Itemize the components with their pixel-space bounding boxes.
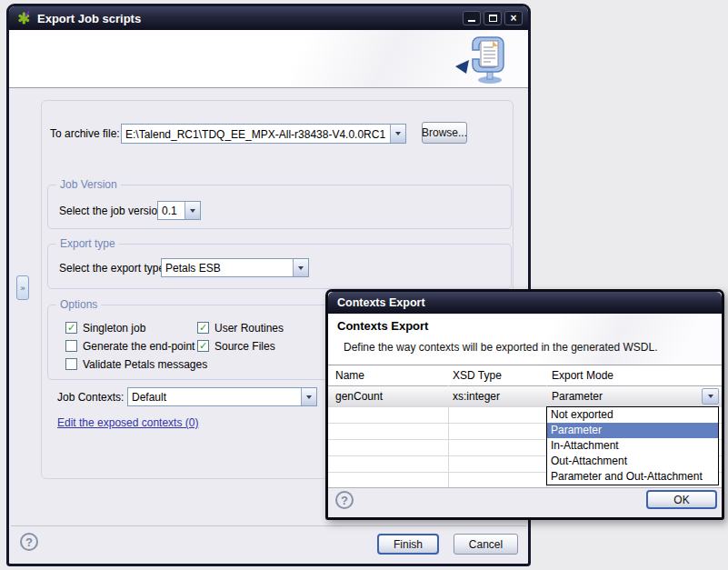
chevron-down-icon[interactable]: [293, 259, 308, 276]
talend-app-icon: [16, 11, 31, 25]
user-routines-label: User Routines: [214, 322, 284, 335]
minimize-button[interactable]: [463, 11, 481, 25]
job-version-group-label: Job Version: [56, 178, 121, 192]
browse-button[interactable]: Browse...: [422, 122, 467, 144]
job-version-combo[interactable]: 0.1: [157, 201, 201, 220]
wizard-banner: [9, 30, 528, 88]
help-icon[interactable]: ?: [20, 533, 38, 551]
column-header-xsd-type[interactable]: XSD Type: [453, 369, 502, 382]
export-type-group-label: Export type: [56, 237, 119, 251]
job-version-label: Select the job version: [59, 205, 164, 218]
column-header-name[interactable]: Name: [335, 369, 364, 382]
window-title: Contexts Export: [337, 296, 425, 309]
job-contexts-combo[interactable]: Default: [127, 387, 317, 406]
help-icon[interactable]: ?: [335, 491, 354, 509]
validate-petals-label: Validate Petals messages: [83, 358, 207, 372]
archive-file-combo[interactable]: E:\Talend_RC1\TDQ_EE_MPX-All-r38438-V4.0…: [121, 124, 406, 144]
button-bar-divider: [328, 487, 722, 488]
generate-endpoint-label: Generate the end-point: [83, 340, 194, 354]
finish-button[interactable]: Finish: [377, 534, 439, 555]
cell-export-mode: Parameter: [552, 390, 603, 403]
fast-view-toggle-button[interactable]: »: [16, 275, 29, 300]
dialog-description: Define the way contexts will be exported…: [344, 341, 658, 354]
dropdown-option-parameter[interactable]: Parameter: [547, 423, 718, 438]
archive-file-value: E:\Talend_RC1\TDQ_EE_MPX-All-r38438-V4.0…: [122, 127, 390, 141]
generate-endpoint-checkbox[interactable]: [65, 340, 77, 352]
archive-file-label: To archive file:: [50, 127, 119, 141]
cancel-button[interactable]: Cancel: [454, 534, 518, 555]
dialog-banner: Contexts Export Define the way contexts …: [328, 314, 722, 365]
export-type-combo[interactable]: Petals ESB: [161, 258, 309, 277]
button-bar-divider: [11, 525, 526, 526]
source-files-checkbox[interactable]: ✓: [197, 340, 209, 352]
cell-name: genCount: [335, 390, 383, 403]
maximize-icon: [489, 15, 497, 22]
job-contexts-label: Job Contexts:: [57, 391, 124, 405]
contexts-export-dialog: Contexts Export Contexts Export Define t…: [325, 289, 724, 520]
window-title: Export Job scripts: [37, 12, 141, 25]
dropdown-option-in-attachment[interactable]: In-Attachment: [547, 438, 718, 454]
export-type-value: Petals ESB: [162, 261, 293, 275]
chevron-down-icon[interactable]: [184, 202, 200, 219]
export-mode-dropdown-list: Not exported Parameter In-Attachment Out…: [546, 406, 719, 485]
options-group-label: Options: [56, 298, 101, 312]
job-contexts-value: Default: [128, 390, 301, 404]
dropdown-option-out-attachment[interactable]: Out-Attachment: [547, 454, 718, 469]
ok-button[interactable]: OK: [646, 490, 717, 509]
title-bar[interactable]: Contexts Export: [328, 292, 722, 314]
dropdown-option-parameter-and-out-attachment[interactable]: Parameter and Out-Attachment: [547, 469, 718, 485]
singleton-job-checkbox[interactable]: ✓: [65, 322, 77, 334]
desktop-background: Export Job scripts ×: [0, 0, 728, 570]
dropdown-option-not-exported[interactable]: Not exported: [547, 407, 718, 423]
table-row[interactable]: genCount xs:integer Parameter: [328, 386, 722, 406]
job-version-value: 0.1: [158, 204, 184, 217]
export-mode-dropdown-button[interactable]: [702, 388, 719, 405]
chevron-down-icon[interactable]: [301, 388, 316, 405]
export-type-label: Select the export type: [59, 262, 165, 275]
export-banner-icon: [443, 34, 514, 85]
cell-xsd-type: xs:integer: [453, 390, 500, 403]
minimize-icon: [468, 20, 475, 22]
singleton-job-label: Singleton job: [83, 322, 145, 335]
maximize-button[interactable]: [484, 11, 502, 25]
dialog-heading: Contexts Export: [337, 319, 428, 333]
validate-petals-checkbox[interactable]: [65, 358, 77, 370]
window-controls: ×: [460, 11, 523, 25]
column-header-export-mode[interactable]: Export Mode: [552, 369, 613, 382]
chevron-down-icon[interactable]: [390, 125, 405, 143]
user-routines-checkbox[interactable]: ✓: [197, 322, 209, 334]
edit-exposed-contexts-link[interactable]: Edit the exposed contexts (0): [57, 416, 198, 429]
close-button[interactable]: ×: [504, 11, 523, 25]
title-bar[interactable]: Export Job scripts ×: [9, 6, 528, 30]
source-files-label: Source Files: [214, 340, 275, 354]
